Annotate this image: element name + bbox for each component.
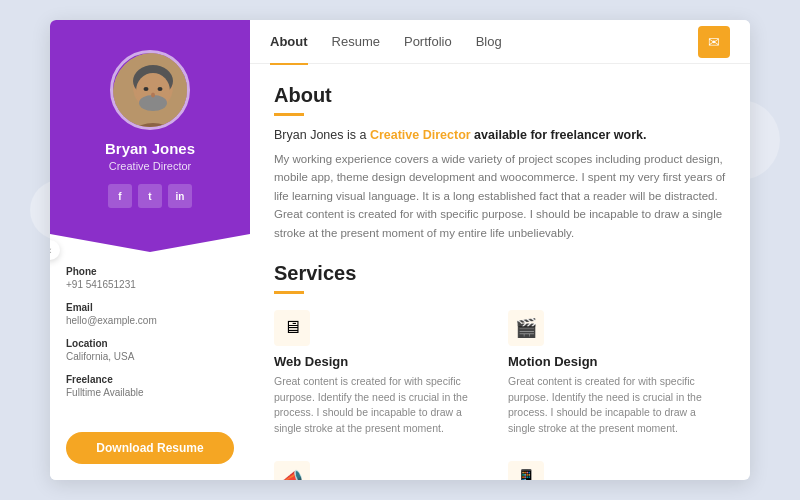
email-value: hello@example.com xyxy=(66,315,234,326)
web-design-icon: 🖥 xyxy=(274,310,310,346)
social-icons: f t in xyxy=(108,184,192,208)
person-name: Bryan Jones xyxy=(105,140,195,157)
twitter-icon[interactable]: t xyxy=(138,184,162,208)
location-value: California, USA xyxy=(66,351,234,362)
phone-value: +91 541651231 xyxy=(66,279,234,290)
phone-label: Phone xyxy=(66,266,234,277)
nav-item-resume[interactable]: Resume xyxy=(332,30,380,53)
linkedin-icon[interactable]: in xyxy=(168,184,192,208)
motion-design-title: Motion Design xyxy=(508,354,726,369)
service-motion-design: 🎬 Motion Design Great content is created… xyxy=(508,306,726,441)
svg-point-8 xyxy=(151,93,155,98)
about-intro: Bryan Jones is a Creative Director avail… xyxy=(274,128,726,142)
mobile-apps-icon: 📱 xyxy=(508,461,544,480)
phone-info: Phone +91 541651231 xyxy=(66,266,234,290)
about-underline xyxy=(274,113,304,116)
sidebar: Bryan Jones Creative Director f t in Pho… xyxy=(50,20,250,480)
main-card: Bryan Jones Creative Director f t in Pho… xyxy=(50,20,750,480)
service-mobile-apps: 📱 Mobile Apps Great content is created f… xyxy=(508,457,726,480)
download-resume-button[interactable]: Download Resume xyxy=(66,432,234,464)
location-info: Location California, USA xyxy=(66,338,234,362)
nav-item-about[interactable]: About xyxy=(270,30,308,53)
services-section: Services 🖥 Web Design Great content is c… xyxy=(274,262,726,480)
about-section: About Bryan Jones is a Creative Director… xyxy=(274,84,726,242)
nav-item-portfolio[interactable]: Portfolio xyxy=(404,30,452,53)
page-wrapper: Bryan Jones Creative Director f t in Pho… xyxy=(0,0,800,500)
motion-design-desc: Great content is created for with specif… xyxy=(508,374,726,437)
service-marketing: 📣 Marketing Great content is created for… xyxy=(274,457,492,480)
email-label: Email xyxy=(66,302,234,313)
services-grid: 🖥 Web Design Great content is created fo… xyxy=(274,306,726,480)
motion-design-icon: 🎬 xyxy=(508,310,544,346)
intro-highlight: Creative Director xyxy=(370,128,471,142)
web-design-title: Web Design xyxy=(274,354,492,369)
location-label: Location xyxy=(66,338,234,349)
web-design-desc: Great content is created for with specif… xyxy=(274,374,492,437)
avatar xyxy=(110,50,190,130)
person-role: Creative Director xyxy=(109,160,192,172)
avatar-image xyxy=(113,53,190,130)
sidebar-top: Bryan Jones Creative Director f t in xyxy=(50,20,250,234)
nav-items: About Resume Portfolio Blog xyxy=(270,30,698,53)
email-info: Email hello@example.com xyxy=(66,302,234,326)
intro-prefix: Bryan Jones is a xyxy=(274,128,370,142)
freelance-value: Fulltime Available xyxy=(66,387,234,398)
svg-point-6 xyxy=(144,87,149,91)
facebook-icon[interactable]: f xyxy=(108,184,132,208)
about-title: About xyxy=(274,84,726,107)
about-body: My working experience covers a wide vari… xyxy=(274,150,726,242)
marketing-icon: 📣 xyxy=(274,461,310,480)
email-icon: ✉ xyxy=(708,34,720,50)
services-title: Services xyxy=(274,262,726,285)
freelance-info: Freelance Fulltime Available xyxy=(66,374,234,398)
navbar: About Resume Portfolio Blog ✉ xyxy=(250,20,750,64)
main-content: About Resume Portfolio Blog ✉ ‹ About xyxy=(250,20,750,480)
services-underline xyxy=(274,291,304,294)
sidebar-info: Phone +91 541651231 Email hello@example.… xyxy=(50,234,250,414)
freelance-label: Freelance xyxy=(66,374,234,385)
intro-suffix: available for freelancer work. xyxy=(471,128,647,142)
nav-item-blog[interactable]: Blog xyxy=(476,30,502,53)
svg-point-7 xyxy=(158,87,163,91)
service-web-design: 🖥 Web Design Great content is created fo… xyxy=(274,306,492,441)
content-area: About Bryan Jones is a Creative Director… xyxy=(250,64,750,480)
email-button[interactable]: ✉ xyxy=(698,26,730,58)
